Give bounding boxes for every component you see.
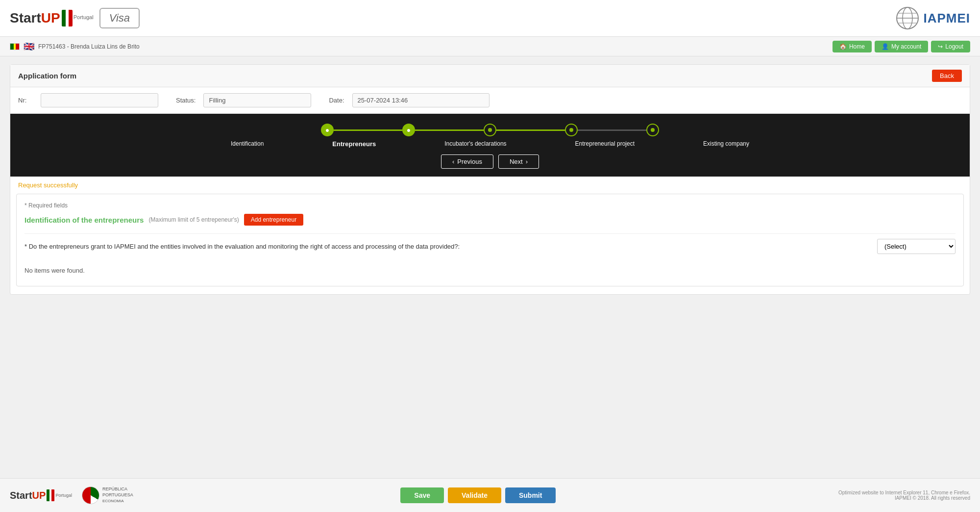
submit-button[interactable]: Submit xyxy=(505,487,556,503)
label-entrepreneurs: Entrepreneurs xyxy=(332,140,376,148)
entrepreneurs-section: * Required fields Identification of the … xyxy=(16,194,964,286)
status-label: Status: xyxy=(176,97,196,104)
portugal-flag-icon xyxy=(62,10,73,26)
header-left: Start UP Portugal Visa xyxy=(10,8,140,28)
stepper-bar: ● ● xyxy=(10,114,970,177)
next-button[interactable]: Next › xyxy=(498,154,539,169)
step-circle-incubators xyxy=(484,124,496,136)
footer-copyright: Optimized website to Internet Explorer 1… xyxy=(823,490,970,501)
line-1 xyxy=(334,129,402,131)
footer-start-text: Start xyxy=(10,490,32,501)
label-col-3: Incubator's declarations xyxy=(444,140,506,147)
validate-button[interactable]: Validate xyxy=(448,487,501,503)
prev-arrow-icon: ‹ xyxy=(452,158,454,165)
footer-flag-icon xyxy=(47,489,54,501)
form-panel-title: Application form xyxy=(18,72,76,80)
section-container: * Required fields Identification of the … xyxy=(10,194,970,294)
footer-portugal-text: Portugal xyxy=(55,493,72,498)
footer-buttons: Save Validate Submit xyxy=(400,487,556,503)
label-col-5: Existing company xyxy=(703,140,749,147)
previous-label: Previous xyxy=(457,158,482,165)
required-note: * Required fields xyxy=(24,202,956,209)
startup-logo: Start UP Portugal xyxy=(10,10,94,26)
footer: Start UP Portugal REPÚBLICAPORTUGUESAECO… xyxy=(0,478,980,512)
logout-button[interactable]: ↪ Logout xyxy=(931,41,970,52)
label-col-1: Identification xyxy=(231,140,264,147)
footer-left: Start UP Portugal REPÚBLICAPORTUGUESAECO… xyxy=(10,486,133,504)
iapmei-text: IAPMEI xyxy=(923,11,970,26)
section-title: Identification of the entrepreneurs xyxy=(24,216,144,224)
user-info: FP751463 - Brenda Luiza Lins de Brito xyxy=(38,43,140,50)
section-header: Identification of the entrepreneurs (Max… xyxy=(24,214,956,226)
step-existing xyxy=(646,124,659,136)
footer-republica-logo: REPÚBLICAPORTUGUESAECONOMIA xyxy=(82,486,133,504)
navbar: 🇬🇧 FP751463 - Brenda Luiza Lins de Brito… xyxy=(0,37,980,56)
success-text: Request successfully xyxy=(18,181,78,189)
logo-up-text: UP xyxy=(41,10,60,26)
step-entrepreneurial xyxy=(565,124,578,136)
application-form-panel: Application form Back Nr: Status: Date: … xyxy=(10,64,970,295)
flag-en-icon[interactable]: 🇬🇧 xyxy=(24,42,34,51)
date-input xyxy=(352,93,490,107)
rep-flag-icon xyxy=(82,486,99,504)
flag-pt-icon[interactable] xyxy=(10,43,20,50)
step-circle-entrepreneurial xyxy=(565,124,578,136)
label-col-4: Entrepreneurial project xyxy=(575,140,635,147)
label-incubators: Incubator's declarations xyxy=(444,140,506,147)
label-entrepreneurial: Entrepreneurial project xyxy=(575,140,635,147)
line-4 xyxy=(578,129,646,131)
nr-input[interactable] xyxy=(41,93,158,107)
visa-label: Visa xyxy=(109,12,130,24)
question-text: * Do the entrepreneurs grant to IAPMEI a… xyxy=(24,243,877,250)
navbar-left: 🇬🇧 FP751463 - Brenda Luiza Lins de Brito xyxy=(10,42,140,51)
add-entrepreneur-button[interactable]: Add entrepreneur xyxy=(244,214,303,226)
step-circle-entrepreneurs: ● xyxy=(402,124,415,136)
main-content: Application form Back Nr: Status: Date: … xyxy=(0,56,980,310)
next-label: Next xyxy=(510,158,523,165)
person-icon: 👤 xyxy=(882,43,889,50)
label-identification: Identification xyxy=(231,140,264,147)
status-input xyxy=(203,93,311,107)
line-2 xyxy=(415,129,484,131)
section-subtitle: (Maximum limit of 5 entrepeneur's) xyxy=(148,216,239,223)
no-items-message: No items were found. xyxy=(24,263,956,278)
home-button[interactable]: 🏠 Home xyxy=(833,41,872,52)
next-arrow-icon: › xyxy=(526,158,528,165)
nr-label: Nr: xyxy=(18,97,33,104)
logo-start-text: Start xyxy=(10,10,41,26)
footer-startup-logo: Start UP Portugal xyxy=(10,489,72,501)
grant-select[interactable]: (Select) Yes No xyxy=(877,239,956,254)
header-right: IAPMEI xyxy=(896,6,970,30)
footer-up-text: UP xyxy=(32,490,46,501)
previous-button[interactable]: ‹ Previous xyxy=(441,154,493,169)
success-message: Request successfully xyxy=(10,177,970,194)
label-existing: Existing company xyxy=(703,140,749,147)
step-circle-existing xyxy=(646,124,659,136)
step-circle-identification: ● xyxy=(321,124,334,136)
stepper-steps: ● ● xyxy=(10,124,970,136)
label-col-2: Entrepreneurs xyxy=(332,140,376,148)
question-row: * Do the entrepreneurs grant to IAPMEI a… xyxy=(24,233,956,259)
logout-label: Logout xyxy=(945,43,963,50)
visa-box: Visa xyxy=(99,8,140,28)
back-button[interactable]: Back xyxy=(932,70,962,82)
step-incubators xyxy=(484,124,496,136)
line-3 xyxy=(496,129,565,131)
iapmei-globe-icon xyxy=(896,6,919,30)
logout-icon: ↪ xyxy=(938,43,943,50)
navbar-right: 🏠 Home 👤 My account ↪ Logout xyxy=(833,41,970,52)
logo-portugal-sub: Portugal xyxy=(74,14,94,20)
header: Start UP Portugal Visa IAPMEI xyxy=(0,0,980,37)
rep-text: REPÚBLICAPORTUGUESAECONOMIA xyxy=(102,486,133,504)
stepper-nav: ‹ Previous Next › xyxy=(10,154,970,169)
iapmei-logo: IAPMEI xyxy=(896,6,970,30)
form-panel-header: Application form Back xyxy=(10,65,970,87)
home-icon: 🏠 xyxy=(839,43,847,50)
step-identification: ● xyxy=(321,124,334,136)
save-button[interactable]: Save xyxy=(400,487,444,503)
home-label: Home xyxy=(849,43,865,50)
form-fields-row: Nr: Status: Date: xyxy=(10,87,970,114)
my-account-label: My account xyxy=(891,43,921,50)
my-account-button[interactable]: 👤 My account xyxy=(875,41,928,52)
stepper-labels: Identification Entrepreneurs Incubator's… xyxy=(10,140,970,148)
